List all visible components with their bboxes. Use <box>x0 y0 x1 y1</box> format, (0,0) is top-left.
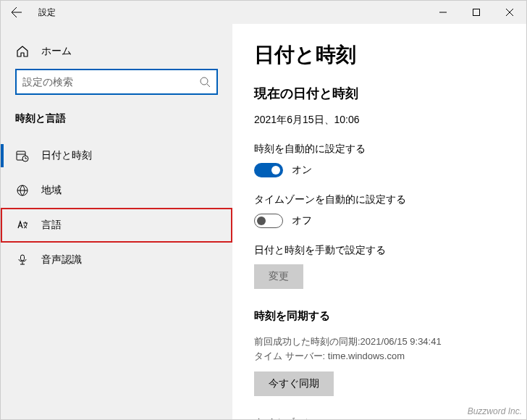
sidebar-item-language[interactable]: 言語 <box>1 208 232 243</box>
svg-rect-5 <box>21 255 25 261</box>
auto-timezone-toggle[interactable] <box>254 214 283 228</box>
globe-icon <box>15 183 30 198</box>
sidebar: ホーム 時刻と言語 日付と時刻 地域 言語 <box>1 24 232 419</box>
sync-now-button[interactable]: 今すぐ同期 <box>254 371 334 396</box>
back-button[interactable] <box>1 1 33 24</box>
language-icon <box>15 218 30 232</box>
current-datetime-heading: 現在の日付と時刻 <box>254 85 505 102</box>
svg-point-1 <box>201 77 208 85</box>
sidebar-item-region[interactable]: 地域 <box>1 173 232 208</box>
svg-rect-0 <box>473 9 480 16</box>
home-link[interactable]: ホーム <box>1 38 232 69</box>
change-button[interactable]: 変更 <box>254 264 303 289</box>
auto-time-state: オン <box>292 164 312 177</box>
maximize-icon <box>473 9 480 16</box>
category-heading: 時刻と言語 <box>1 112 232 138</box>
auto-time-toggle[interactable] <box>254 163 283 177</box>
auto-timezone-label: タイムゾーンを自動的に設定する <box>254 193 505 206</box>
calendar-clock-icon <box>15 148 30 163</box>
minimize-icon <box>439 9 447 16</box>
timezone-heading: タイムゾーン <box>254 416 505 419</box>
search-icon <box>199 76 211 88</box>
page-title: 日付と時刻 <box>254 41 505 69</box>
sidebar-item-datetime[interactable]: 日付と時刻 <box>1 138 232 173</box>
home-icon <box>15 44 30 59</box>
content-pane: 日付と時刻 現在の日付と時刻 2021年6月15日、10:06 時刻を自動的に設… <box>232 24 526 419</box>
sync-server: タイム サーバー: time.windows.com <box>254 349 505 364</box>
auto-timezone-state: オフ <box>292 214 312 227</box>
sidebar-item-label: 言語 <box>41 219 62 232</box>
close-button[interactable] <box>493 1 526 24</box>
titlebar: 設定 <box>1 1 526 24</box>
current-datetime-value: 2021年6月15日、10:06 <box>254 114 505 127</box>
sidebar-item-label: 日付と時刻 <box>41 149 92 162</box>
minimize-button[interactable] <box>426 1 460 24</box>
sidebar-item-speech[interactable]: 音声認識 <box>1 243 232 277</box>
window-title: 設定 <box>38 7 426 19</box>
search-field[interactable] <box>22 76 199 88</box>
arrow-left-icon <box>11 7 22 18</box>
sidebar-item-label: 音声認識 <box>41 253 82 266</box>
sync-info: 前回成功した時刻の同期:2021/06/15 9:34:41 タイム サーバー:… <box>254 335 505 363</box>
maximize-button[interactable] <box>460 1 493 24</box>
microphone-icon <box>15 253 30 267</box>
home-label: ホーム <box>41 45 72 58</box>
watermark: Buzzword Inc. <box>468 406 522 416</box>
auto-time-label: 時刻を自動的に設定する <box>254 143 505 156</box>
manual-set-label: 日付と時刻を手動で設定する <box>254 244 505 257</box>
sidebar-item-label: 地域 <box>41 184 62 197</box>
sync-heading: 時刻を同期する <box>254 309 505 323</box>
sync-last-success: 前回成功した時刻の同期:2021/06/15 9:34:41 <box>254 335 505 349</box>
window-controls <box>426 1 526 24</box>
search-input[interactable] <box>15 69 218 95</box>
close-icon <box>506 9 513 16</box>
